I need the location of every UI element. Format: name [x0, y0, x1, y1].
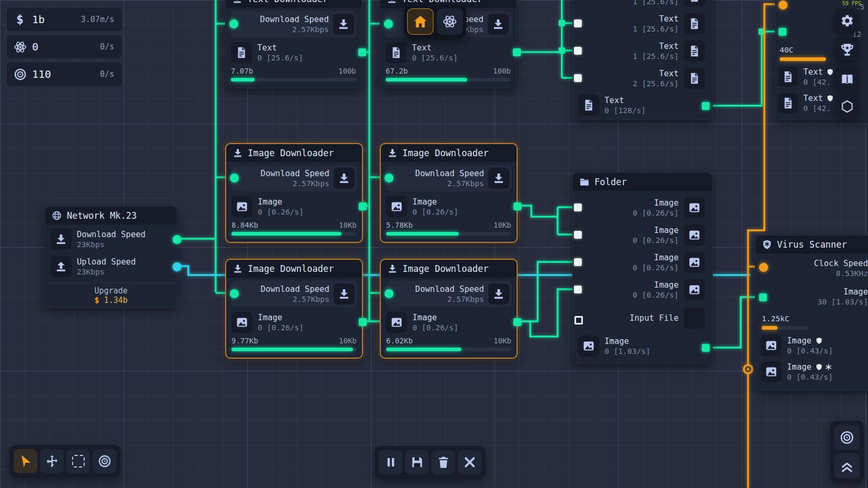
- download-icon: [488, 283, 509, 304]
- input-value: 30 [1.03/s]: [763, 297, 868, 307]
- output-port[interactable]: [358, 48, 366, 56]
- input-file-slot[interactable]: [684, 308, 705, 329]
- fps-counter: 59 FPS: [842, 1, 861, 6]
- settings-button[interactable]: [835, 8, 859, 33]
- input-port[interactable]: [230, 289, 239, 298]
- marquee-tool-button[interactable]: [66, 449, 90, 473]
- shield-icon: [815, 363, 823, 371]
- clock-speed-row: Clock Speed 8.53KHz: [755, 256, 868, 281]
- shield-virus-icon: [762, 239, 772, 250]
- output-label: Image: [787, 336, 868, 346]
- delete-button[interactable]: [431, 450, 455, 474]
- output-label: Upload Speed: [77, 257, 169, 267]
- virus-icon: [825, 363, 832, 371]
- pause-button[interactable]: [379, 450, 402, 474]
- pan-tool-button[interactable]: [40, 449, 64, 473]
- node-image-downloader-4[interactable]: Image Downloader Download Speed 2.57Kbps…: [380, 259, 518, 359]
- encyclopedia-button[interactable]: [835, 67, 859, 91]
- output-value: 23Kbps: [77, 240, 169, 249]
- image-icon: [684, 197, 705, 218]
- input-port[interactable]: [574, 258, 582, 266]
- clock-input-port[interactable]: [779, 1, 788, 9]
- download-icon: [334, 283, 355, 304]
- output-port[interactable]: [513, 318, 521, 326]
- node-text-merger[interactable]: Text 1 [25.6/s] Text 1 [25.6/s] Text 1 […: [572, 0, 713, 120]
- node-virus-scanner[interactable]: Virus Scanner Clock Speed 8.53KHz Image …: [755, 235, 868, 391]
- node-header: Virus Scanner: [755, 236, 868, 253]
- node-text-downloader-1[interactable]: Text Downloader Download Speed 2.57Kbps …: [225, 0, 362, 88]
- resource-value: 0: [32, 40, 95, 53]
- center-view-button[interactable]: [834, 425, 860, 450]
- output-port[interactable]: [173, 262, 181, 271]
- image-output-row: Image 0 [0.43/s]: [760, 333, 868, 358]
- input-port[interactable]: [574, 286, 582, 293]
- cancel-button[interactable]: [458, 450, 481, 474]
- input-port[interactable]: [574, 74, 582, 82]
- node-image-downloader-1[interactable]: Image Downloader Download Speed 2.57Kbps…: [225, 143, 363, 243]
- output-value: 0 [0.43/s]: [787, 372, 868, 382]
- output-value: 0 [0.26/s]: [258, 323, 355, 332]
- resource-value: 110: [32, 68, 95, 80]
- chevrons-up-icon: [840, 459, 854, 473]
- input-port[interactable]: [574, 231, 582, 239]
- input-label: Image: [763, 287, 868, 297]
- modules-button[interactable]: [835, 94, 859, 118]
- input-value: 2.57Kbps: [236, 179, 329, 188]
- progress-labels: 6.02Kb10Kb: [386, 337, 511, 345]
- input-port[interactable]: [574, 47, 582, 55]
- focus-tool-button[interactable]: [93, 449, 116, 473]
- progress-bar: [231, 78, 356, 82]
- node-header: Folder: [573, 173, 712, 191]
- output-port[interactable]: [173, 235, 181, 244]
- output-port[interactable]: [702, 102, 710, 110]
- node-network[interactable]: Network Mk.23 Download Speed 23Kbps Uplo…: [45, 206, 177, 308]
- output-port[interactable]: [359, 318, 367, 326]
- output-port[interactable]: [702, 344, 710, 352]
- image-input-row: Image 0 [0.26/s]: [578, 222, 708, 248]
- upload-speed-row: Upload Speed 23Kbps: [50, 254, 172, 279]
- upgrade-button[interactable]: Upgrade $ 1.34b: [45, 282, 177, 305]
- input-port[interactable]: [385, 289, 393, 298]
- input-port[interactable]: [230, 174, 239, 182]
- node-title: Text Downloader: [247, 0, 328, 4]
- progress-bar: [231, 232, 357, 236]
- input-label: Download Speed: [391, 169, 484, 179]
- input-port[interactable]: [574, 204, 582, 211]
- progress-labels: 5.78Kb10Kb: [386, 221, 511, 229]
- target-icon: [840, 430, 854, 445]
- input-port[interactable]: [574, 19, 582, 27]
- output-value: 0 [0.26/s]: [258, 207, 355, 217]
- progress-labels: 7.07b100b: [231, 67, 356, 75]
- output-port[interactable]: [513, 48, 521, 56]
- progress-bar: [386, 78, 511, 82]
- node-image-downloader-2[interactable]: Image Downloader Download Speed 2.57Kbps…: [380, 143, 518, 243]
- input-file-port[interactable]: [574, 316, 583, 324]
- target-icon: [98, 454, 112, 468]
- atom-button[interactable]: [437, 8, 463, 35]
- output-label: Download Speed: [77, 230, 169, 240]
- text-input-port[interactable]: [779, 28, 786, 36]
- select-tool-button[interactable]: [14, 449, 37, 473]
- node-action-popup: [404, 5, 466, 38]
- progress-labels: 8.84Kb10Kb: [231, 221, 357, 229]
- home-button[interactable]: [407, 8, 433, 35]
- save-button[interactable]: [405, 450, 429, 474]
- upload-icon: [51, 256, 72, 277]
- image-output-row: Image 0 [0.26/s]: [231, 310, 357, 334]
- output-port[interactable]: [513, 202, 521, 210]
- output-label: Image: [412, 197, 509, 207]
- image-input-port[interactable]: [759, 293, 767, 301]
- output-value: 0 [128/s]: [604, 106, 705, 115]
- collapse-button[interactable]: [834, 453, 860, 479]
- input-port[interactable]: [385, 174, 393, 182]
- clock-input-port[interactable]: [759, 263, 768, 272]
- input-label: Download Speed: [236, 169, 329, 179]
- output-port[interactable]: [359, 202, 367, 210]
- file-icon: [778, 67, 798, 87]
- node-folder[interactable]: Folder Image 0 [0.26/s] Image 0 [0.26/s]…: [572, 172, 713, 364]
- input-port[interactable]: [384, 19, 393, 28]
- node-graph-canvas[interactable]: Text Downloader Download Speed 2.57Kbps …: [0, 0, 868, 488]
- achievements-button[interactable]: [835, 37, 859, 62]
- input-port[interactable]: [229, 19, 238, 28]
- node-image-downloader-3[interactable]: Image Downloader Download Speed 2.57Kbps…: [225, 259, 363, 359]
